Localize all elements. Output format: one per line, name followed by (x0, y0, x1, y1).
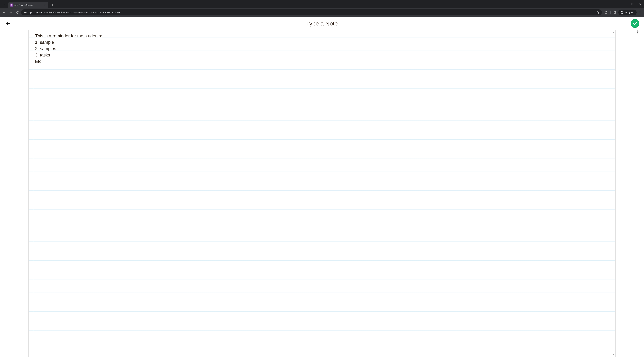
app-header: Type a Note (0, 17, 644, 30)
arrow-right-icon (9, 11, 12, 14)
check-icon (632, 21, 638, 26)
tab-favicon: S (10, 3, 13, 6)
arrow-left-icon (5, 21, 11, 26)
svg-point-7 (640, 11, 640, 12)
extensions-button[interactable] (603, 9, 609, 15)
toolbar-right-cluster: Incognito (602, 9, 643, 15)
chrome-menu-button[interactable] (637, 9, 643, 15)
browser-tab-active[interactable]: S Add Note - Seesaw (8, 2, 48, 8)
new-tab-button[interactable] (50, 2, 55, 7)
scroll-down-arrow[interactable]: ▼ (613, 354, 615, 356)
nav-back-button[interactable] (1, 9, 7, 15)
chevron-down-icon (3, 3, 5, 5)
incognito-label: Incognito (625, 11, 634, 14)
window-maximize-button[interactable] (628, 0, 636, 8)
incognito-indicator[interactable]: Incognito (618, 9, 636, 15)
address-bar[interactable]: app.seesaw.me/#/item/new/class/class.e01… (21, 9, 602, 15)
nav-reload-button[interactable] (14, 9, 20, 15)
maximize-icon (632, 3, 634, 5)
sidepanel-button[interactable] (612, 9, 618, 15)
arrow-left-icon (2, 11, 6, 14)
minimize-icon (624, 3, 626, 5)
tab-title: Add Note - Seesaw (14, 4, 42, 6)
browser-titlebar: S Add Note - Seesaw (0, 0, 644, 8)
star-icon (596, 11, 600, 14)
svg-point-8 (640, 12, 640, 13)
sidepanel-icon (614, 11, 616, 14)
app-back-button[interactable] (5, 21, 11, 26)
kebab-icon (638, 11, 642, 14)
close-icon (639, 3, 641, 5)
note-text-content[interactable]: This is a reminder for the students: 1. … (29, 30, 615, 67)
note-editor-container: ▲ This is a reminder for the students: 1… (0, 30, 644, 362)
svg-point-9 (640, 13, 640, 13)
puzzle-icon (604, 11, 608, 14)
window-minimize-button[interactable] (621, 0, 628, 8)
nav-forward-button[interactable] (8, 9, 14, 15)
note-editor[interactable]: ▲ This is a reminder for the students: 1… (28, 30, 616, 357)
window-close-button[interactable] (636, 0, 644, 8)
bookmark-button[interactable] (596, 11, 600, 14)
svg-rect-4 (615, 11, 616, 13)
confirm-button[interactable] (630, 19, 639, 28)
url-text: app.seesaw.me/#/item/new/class/class.e01… (29, 11, 594, 14)
site-info-button[interactable] (24, 10, 27, 14)
toolbar-divider (610, 10, 611, 14)
browser-toolbar: app.seesaw.me/#/item/new/class/class.e01… (0, 8, 644, 17)
close-icon (44, 4, 46, 6)
tune-icon (24, 11, 27, 14)
plus-icon (51, 4, 54, 6)
tab-search-dropdown[interactable] (1, 1, 7, 7)
window-controls (621, 0, 644, 8)
tab-close-button[interactable] (44, 4, 46, 6)
app-viewport: Type a Note ▲ This is a reminder for the… (0, 17, 644, 362)
scroll-up-arrow[interactable]: ▲ (613, 31, 615, 33)
svg-rect-0 (632, 3, 633, 5)
reload-icon (16, 11, 19, 14)
incognito-icon (620, 11, 623, 14)
page-title: Type a Note (306, 20, 338, 27)
